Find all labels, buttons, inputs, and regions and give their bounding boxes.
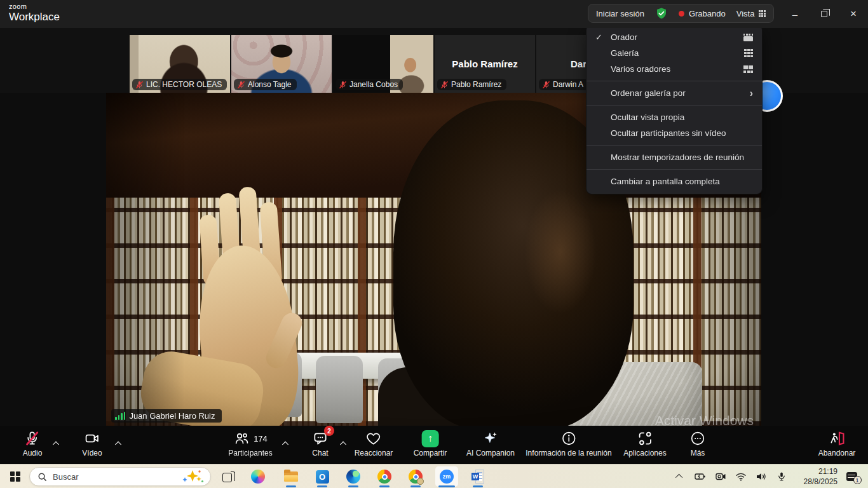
camera-in-use-indicator[interactable] bbox=[712, 464, 729, 488]
camera-icon bbox=[84, 429, 100, 448]
participant-tile-janella[interactable]: Janella Cobos bbox=[333, 35, 433, 93]
meeting-info-button[interactable]: Información de la reunión bbox=[526, 426, 611, 464]
chrome-button[interactable] bbox=[370, 464, 398, 488]
running-indicator bbox=[379, 485, 390, 487]
menu-separator bbox=[587, 169, 762, 170]
restore-button[interactable] bbox=[815, 5, 834, 23]
participant-name: Janella Cobos bbox=[349, 80, 398, 89]
word-button[interactable]: W bbox=[464, 464, 492, 488]
windows-taskbar: Buscar O zm bbox=[0, 464, 868, 488]
search-sparkle-icon bbox=[182, 469, 204, 484]
more-icon bbox=[689, 429, 706, 448]
zoom-app-button[interactable]: zm bbox=[433, 464, 461, 488]
tray-overflow-chevron[interactable] bbox=[671, 464, 689, 488]
participant-nametag: Alonso Tagle bbox=[234, 79, 297, 90]
view-grid-icon bbox=[759, 10, 766, 17]
start-button[interactable] bbox=[5, 464, 25, 488]
menu-item-orador[interactable]: ✓ Orador bbox=[587, 29, 762, 45]
meeting-toolbar: Audio Vídeo 174 Participantes 2 Chat bbox=[0, 426, 868, 464]
participants-options-chevron[interactable] bbox=[283, 442, 288, 447]
mic-tray-icon bbox=[776, 471, 787, 482]
video-options-chevron[interactable] bbox=[116, 442, 121, 447]
video-button[interactable]: Vídeo bbox=[82, 426, 102, 464]
camera-tray-icon bbox=[715, 471, 726, 482]
muted-mic-icon bbox=[237, 81, 245, 89]
notification-count-badge: 1 bbox=[853, 476, 862, 484]
edge-button[interactable] bbox=[339, 464, 367, 488]
gallery-view-icon bbox=[744, 49, 753, 58]
menu-item-label: Varios oradores bbox=[611, 64, 670, 74]
muted-mic-icon bbox=[440, 81, 449, 89]
menu-item-mostrar-temporizadores[interactable]: Mostrar temporizadores de reunión bbox=[587, 149, 762, 165]
participant-name: LIC. HECTOR OLEAS bbox=[146, 80, 222, 89]
multi-speaker-view-icon bbox=[743, 65, 753, 73]
apps-button[interactable]: Aplicaciones bbox=[623, 426, 666, 464]
speaker-view-icon bbox=[743, 34, 753, 41]
security-shield-icon[interactable] bbox=[655, 7, 668, 20]
ai-companion-button[interactable]: AI Companion bbox=[466, 426, 515, 464]
heart-icon bbox=[365, 429, 382, 448]
leave-door-icon bbox=[828, 429, 846, 448]
checkmark-icon: ✓ bbox=[595, 32, 602, 42]
chat-label: Chat bbox=[312, 449, 328, 458]
menu-item-label: Mostrar temporizadores de reunión bbox=[611, 152, 744, 162]
taskbar-search[interactable]: Buscar bbox=[29, 467, 211, 486]
audio-button[interactable]: Audio bbox=[23, 426, 43, 464]
close-button[interactable]: × bbox=[844, 5, 863, 23]
participants-button[interactable]: 174 Participantes bbox=[228, 426, 272, 464]
audio-options-chevron[interactable] bbox=[54, 442, 58, 447]
view-menu-button[interactable]: Vista bbox=[736, 9, 766, 18]
participant-name: Darwin A bbox=[553, 80, 583, 89]
word-icon: W bbox=[471, 470, 484, 484]
running-indicator bbox=[473, 485, 483, 487]
volume-indicator[interactable] bbox=[752, 464, 770, 488]
minimize-button[interactable]: – bbox=[785, 5, 804, 23]
submenu-arrow-icon: › bbox=[750, 88, 753, 99]
share-button[interactable]: ↑ Compartir bbox=[414, 426, 447, 464]
taskbar-clock[interactable]: 21:19 28/8/2025 bbox=[804, 466, 837, 487]
menu-item-ocultar-participantes[interactable]: Ocultar participantes sin vídeo bbox=[587, 125, 762, 141]
mic-in-use-indicator[interactable] bbox=[773, 464, 790, 488]
participant-name: Pablo Ramírez bbox=[451, 80, 501, 89]
menu-item-galeria[interactable]: Galería bbox=[587, 45, 762, 61]
copilot-button[interactable] bbox=[245, 464, 271, 488]
search-placeholder: Buscar bbox=[53, 472, 182, 482]
running-indicator bbox=[286, 485, 296, 487]
task-view-button[interactable] bbox=[216, 464, 241, 488]
menu-item-ocultar-vista-propia[interactable]: Ocultar vista propia bbox=[587, 109, 762, 125]
more-button[interactable]: Más bbox=[689, 426, 706, 464]
participant-tile-alonso[interactable]: Alonso Tagle bbox=[231, 35, 332, 93]
wifi-indicator[interactable] bbox=[732, 464, 750, 488]
ai-sparkle-icon bbox=[482, 429, 499, 448]
leave-button[interactable]: Abandonar bbox=[818, 426, 856, 464]
participant-nametag: LIC. HECTOR OLEAS bbox=[132, 79, 227, 90]
chat-button[interactable]: 2 Chat bbox=[312, 426, 329, 464]
outlook-button[interactable]: O bbox=[308, 464, 336, 488]
notification-icon: 1 bbox=[846, 472, 857, 481]
battery-indicator[interactable] bbox=[691, 464, 709, 488]
participant-tile-hector[interactable]: LIC. HECTOR OLEAS bbox=[130, 35, 230, 93]
edge-icon bbox=[346, 470, 360, 484]
menu-separator bbox=[587, 81, 762, 81]
chrome-profile-button[interactable] bbox=[402, 464, 430, 488]
windows-logo-icon bbox=[10, 471, 20, 482]
menu-item-ordenar-galeria[interactable]: Ordenar galería por › bbox=[587, 85, 762, 101]
titlebar: zoom Workplace Iniciar sesión Grabando V… bbox=[0, 0, 868, 28]
brand-zoom: zoom bbox=[9, 3, 60, 10]
menu-item-pantalla-completa[interactable]: Cambiar a pantalla completa bbox=[587, 173, 762, 189]
react-button[interactable]: Reaccionar bbox=[355, 426, 393, 464]
active-speaker-nametag: Juan Gabriel Haro Ruiz bbox=[111, 409, 222, 423]
leave-label: Abandonar bbox=[818, 449, 856, 458]
copilot-icon bbox=[251, 470, 265, 484]
participants-label: Participantes bbox=[228, 449, 272, 458]
chat-options-chevron[interactable] bbox=[341, 442, 346, 447]
sign-in-button[interactable]: Iniciar sesión bbox=[596, 9, 644, 18]
notification-center-button[interactable]: 1 bbox=[840, 464, 863, 488]
participant-name: Alonso Tagle bbox=[248, 80, 292, 89]
file-explorer-button[interactable] bbox=[277, 464, 305, 488]
participant-tile-pablo[interactable]: Pablo Ramírez Pablo Ramírez bbox=[435, 35, 535, 93]
recording-indicator[interactable]: Grabando bbox=[679, 9, 726, 18]
office-chair bbox=[316, 356, 363, 423]
wifi-icon bbox=[735, 471, 747, 482]
menu-item-varios-oradores[interactable]: Varios oradores bbox=[587, 61, 762, 77]
